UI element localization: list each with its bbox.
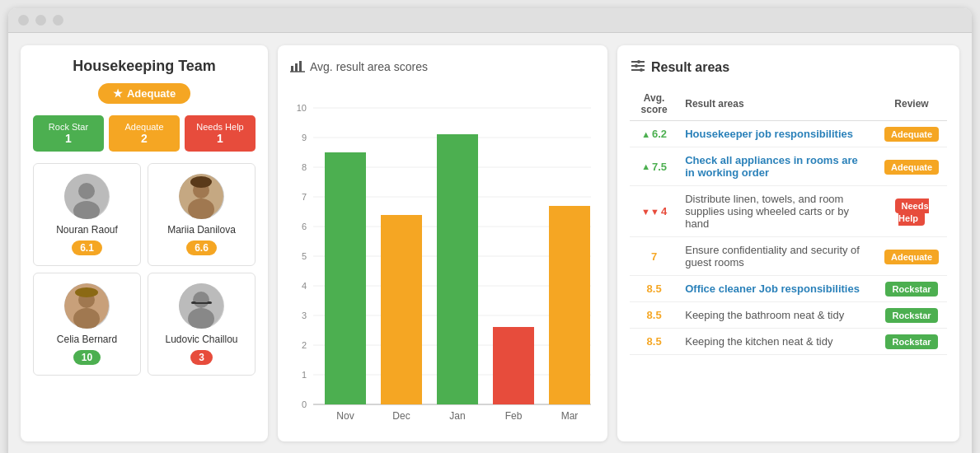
stat-adequate-label: Adequate: [114, 122, 175, 132]
result-area-0[interactable]: Housekeeper job responsibilities: [678, 121, 876, 147]
stats-row: Rock Star 1 Adequate 2 Needs Help 1: [33, 115, 256, 152]
stat-needshelp: Needs Help 1: [185, 115, 256, 152]
member-score-3: 3: [190, 350, 213, 365]
svg-text:3: 3: [302, 311, 307, 320]
svg-text:10: 10: [297, 103, 307, 113]
svg-text:Nov: Nov: [336, 410, 354, 421]
left-panel: Housekeeping Team ★ Adequate Rock Star 1…: [21, 45, 268, 441]
header-avg-score: Avg. score: [630, 87, 678, 121]
chart-title-text: Avg. result area scores: [310, 60, 428, 73]
avatar-3: [179, 283, 224, 329]
star-icon: ★: [113, 87, 123, 100]
svg-text:Dec: Dec: [392, 410, 410, 421]
minimize-btn[interactable]: [35, 15, 46, 26]
member-score-2: 10: [73, 350, 101, 365]
result-area-5: Keeping the bathroom neat & tidy: [678, 302, 876, 329]
svg-rect-16: [195, 302, 209, 304]
middle-panel: Avg. result area scores 10 9 8 7 6 5 4 3…: [278, 45, 607, 441]
result-area-3: Ensure confidentiality and security of g…: [678, 237, 876, 276]
svg-point-58: [635, 64, 638, 68]
avatar-0: [64, 174, 110, 219]
result-review-1: Adequate: [876, 147, 947, 186]
result-area-4[interactable]: Office cleaner Job responsibilities: [678, 276, 876, 302]
result-review-6: Rockstar: [876, 329, 947, 355]
result-row-2[interactable]: ▼▼ 4Distribute linen, towels, and room s…: [630, 186, 947, 237]
svg-text:Jan: Jan: [449, 410, 465, 421]
result-review-3: Adequate: [876, 237, 947, 276]
header-result-areas: Result areas: [678, 87, 876, 121]
svg-rect-17: [291, 66, 293, 72]
svg-text:9: 9: [302, 133, 307, 142]
result-area-6: Keeping the kitchen neat & tidy: [678, 329, 876, 355]
member-name-3: Ludovic Chaillou: [155, 334, 248, 345]
member-card-1[interactable]: Mariia Danilova 6.6: [148, 163, 256, 266]
stat-rockstar-label: Rock Star: [38, 122, 99, 132]
svg-text:8: 8: [302, 162, 307, 172]
close-btn[interactable]: [18, 15, 29, 26]
stat-needshelp-count: 1: [190, 132, 251, 145]
svg-rect-47: [549, 206, 590, 404]
svg-point-5: [188, 198, 214, 219]
svg-point-13: [188, 308, 214, 329]
svg-rect-46: [493, 327, 534, 404]
members-grid: Nouran Raouf 6.1 Mariia Danilova 6.: [33, 163, 256, 376]
svg-point-12: [193, 292, 209, 308]
member-card-3[interactable]: Ludovic Chaillou 3: [148, 273, 256, 376]
result-area-1[interactable]: Check all appliances in rooms are in wor…: [678, 147, 876, 186]
result-avg-4: 8.5: [630, 276, 678, 302]
result-row-1[interactable]: ▲ 7.5Check all appliances in rooms are i…: [630, 147, 947, 186]
svg-point-10: [75, 287, 98, 297]
avatar-1: [179, 174, 224, 219]
svg-text:7: 7: [302, 192, 307, 202]
member-name-2: Celia Bernard: [40, 334, 134, 345]
svg-point-1: [78, 183, 95, 199]
chart-icon: [290, 58, 305, 75]
member-score-0: 6.1: [72, 241, 102, 255]
svg-point-55: [637, 60, 640, 63]
overall-badge-label: Adequate: [127, 87, 176, 100]
result-row-0[interactable]: ▲ 6.2Housekeeper job responsibilitiesAde…: [630, 121, 947, 147]
stat-rockstar: Rock Star 1: [33, 115, 104, 152]
stat-rockstar-count: 1: [38, 132, 99, 145]
result-row-3[interactable]: 7Ensure confidentiality and security of …: [630, 237, 947, 276]
member-name-1: Mariia Danilova: [155, 224, 248, 236]
team-title: Housekeeping Team: [33, 58, 256, 75]
result-row-6[interactable]: 8.5Keeping the kitchen neat & tidyRockst…: [630, 329, 947, 355]
result-avg-1: ▲ 7.5: [630, 147, 678, 186]
member-card-2[interactable]: Celia Bernard 10: [33, 273, 141, 376]
result-row-4[interactable]: 8.5Office cleaner Job responsibilitiesRo…: [630, 276, 947, 302]
content-area: Housekeeping Team ★ Adequate Rock Star 1…: [8, 33, 972, 453]
result-table: Avg. score Result areas Review ▲ 6.2Hous…: [630, 87, 947, 355]
result-review-0: Adequate: [876, 121, 947, 147]
chart-canvas: 10 9 8 7 6 5 4 3 2 1 0: [290, 83, 595, 429]
right-panel: Result areas Avg. score Result areas Rev…: [617, 45, 959, 441]
result-row-5[interactable]: 8.5Keeping the bathroom neat & tidyRocks…: [630, 302, 947, 329]
main-window: Housekeeping Team ★ Adequate Rock Star 1…: [8, 8, 972, 453]
svg-rect-43: [325, 152, 366, 404]
overall-badge: ★ Adequate: [98, 83, 190, 104]
avatar-2: [64, 283, 110, 329]
result-review-5: Rockstar: [876, 302, 947, 329]
svg-text:0: 0: [302, 399, 307, 409]
maximize-btn[interactable]: [53, 15, 63, 26]
member-score-1: 6.6: [186, 241, 217, 255]
result-review-2: Needs Help: [876, 186, 947, 237]
stat-needshelp-label: Needs Help: [190, 122, 251, 132]
svg-text:1: 1: [302, 370, 307, 380]
svg-point-61: [640, 68, 643, 72]
svg-text:Mar: Mar: [561, 410, 579, 421]
result-areas-icon: [630, 58, 646, 77]
result-review-4: Rockstar: [876, 276, 947, 302]
member-card-0[interactable]: Nouran Raouf 6.1: [33, 163, 141, 266]
result-avg-2: ▼▼ 4: [630, 186, 678, 237]
svg-point-9: [73, 308, 100, 329]
result-areas-title: Result areas: [630, 58, 947, 77]
svg-text:2: 2: [302, 340, 307, 350]
result-avg-0: ▲ 6.2: [630, 121, 678, 147]
result-avg-5: 8.5: [630, 302, 678, 329]
svg-rect-18: [295, 63, 298, 72]
result-area-2: Distribute linen, towels, and room suppl…: [678, 186, 876, 237]
stat-adequate: Adequate 2: [109, 115, 180, 152]
svg-rect-45: [437, 134, 478, 404]
header-review: Review: [876, 87, 947, 121]
